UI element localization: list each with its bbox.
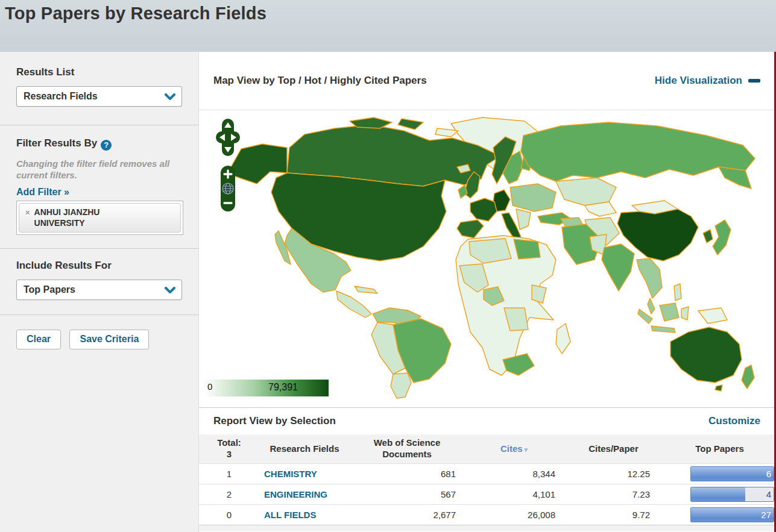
country-ethiopia[interactable] [532, 285, 546, 303]
remove-filter-icon[interactable]: × [25, 208, 30, 228]
country-india[interactable] [602, 244, 634, 291]
region-central-america[interactable] [336, 291, 371, 318]
top-papers-cell: 6 [663, 466, 776, 481]
field-link[interactable]: ENGINEERING [259, 489, 350, 499]
help-icon[interactable]: ? [101, 140, 112, 151]
top-papers-value: 6 [766, 469, 771, 479]
region-arctic-islands[interactable] [350, 117, 392, 128]
map-legend: 0 79,391 [205, 380, 329, 396]
country-egypt[interactable] [514, 239, 540, 259]
top-papers-bar: 27 [690, 507, 774, 522]
include-results-section: Include Results For Top Papers [0, 249, 198, 315]
country-russia[interactable] [521, 122, 755, 181]
filter-chip[interactable]: × ANHUI JIANZHU UNIVERSITY [19, 203, 181, 233]
save-criteria-button[interactable]: Save Criteria [69, 330, 149, 349]
top-papers-bar: 6 [690, 466, 774, 481]
country-kazakhstan[interactable] [556, 178, 616, 205]
bar-fill [691, 467, 774, 481]
table-row: 0 ALL FIELDS 2,677 26,008 9.72 27 [199, 504, 776, 525]
page-title: Top Papers by Research Fields [5, 4, 776, 23]
col-header-total: Total: 3 [199, 437, 259, 460]
collapse-dash-icon[interactable] [748, 79, 760, 83]
filter-section: Filter Results By? Changing the filter f… [0, 125, 198, 249]
map-view-title: Map View by Top / Hot / Highly Cited Pap… [213, 75, 427, 87]
rank-cell: 2 [199, 489, 259, 499]
chevron-down-icon [165, 287, 175, 293]
chevron-down-icon [165, 93, 175, 100]
region-kamchatka[interactable] [719, 167, 751, 189]
country-france[interactable] [470, 198, 497, 221]
country-spain[interactable] [457, 220, 484, 238]
field-link[interactable]: ALL FIELDS [259, 510, 350, 520]
docs-cell: 681 [350, 469, 464, 479]
report-view-header: Report View by Selection Customize [199, 407, 776, 434]
main-panel: Map View by Top / Hot / Highly Cited Pap… [199, 52, 776, 532]
region-arctic-islands[interactable] [398, 119, 423, 130]
cites-per-paper-cell: 12.25 [564, 469, 663, 479]
include-results-select[interactable]: Top Papers [16, 280, 182, 300]
top-papers-cell: 4 [663, 487, 776, 502]
filter-label: Filter Results By? [16, 137, 182, 151]
map-view-header: Map View by Top / Hot / Highly Cited Pap… [199, 52, 776, 110]
clear-button[interactable]: Clear [16, 330, 61, 349]
col-header-research-fields[interactable]: Research Fields [259, 443, 350, 455]
table-footer-strip [199, 525, 776, 531]
results-list-select[interactable]: Research Fields [16, 86, 182, 107]
hide-visualization-link[interactable]: Hide Visualization [655, 75, 742, 86]
rank-cell: 1 [199, 469, 259, 479]
page-header: Top Papers by Research Fields [0, 0, 776, 52]
country-argentina[interactable] [391, 373, 411, 398]
criteria-buttons: Clear Save Criteria [0, 315, 198, 349]
country-madagascar[interactable] [556, 324, 570, 354]
col-header-cites[interactable]: Cites▾ [464, 443, 564, 455]
country-sulawesi[interactable] [681, 307, 689, 320]
report-view-title: Report View by Selection [213, 415, 336, 427]
bar-fill [691, 487, 745, 501]
customize-link[interactable]: Customize [708, 415, 760, 427]
field-link[interactable]: CHEMISTRY [259, 469, 350, 479]
col-header-cites-per-paper[interactable]: Cites/Paper [564, 443, 663, 455]
country-australia[interactable] [670, 327, 742, 383]
legend-min-value: 0 [207, 381, 212, 392]
table-row: 2 ENGINEERING 567 4,101 7.23 4 [199, 484, 776, 504]
table-row: 1 CHEMISTRY 681 8,344 12.25 6 [199, 463, 776, 484]
results-list-selected-value: Research Fields [24, 91, 98, 102]
cites-cell: 4,101 [464, 489, 564, 499]
cites-cell: 8,344 [464, 469, 564, 479]
top-papers-bar: 4 [690, 487, 774, 502]
sidebar: Results List Research Fields Filter Resu… [0, 52, 199, 532]
map-pan-control[interactable] [216, 119, 240, 156]
legend-max-value: 79,391 [268, 382, 298, 393]
country-tasmania[interactable] [715, 385, 722, 391]
region-balkans[interactable] [516, 209, 531, 230]
add-filter-link[interactable]: Add Filter » [16, 187, 69, 198]
table-header-row: Total: 3 Research Fields Web of Science … [199, 434, 776, 463]
map-zoom-control[interactable] [221, 166, 235, 211]
top-papers-value: 4 [766, 489, 771, 499]
filter-note: Changing the filter field removes all cu… [16, 158, 180, 181]
choropleth-map [199, 110, 774, 399]
rank-cell: 0 [199, 510, 259, 520]
region-malay-peninsula[interactable] [648, 298, 655, 314]
country-borneo[interactable] [660, 303, 679, 321]
country-new-zealand[interactable] [742, 365, 754, 389]
filter-chip-label: ANHUI JIANZHU UNIVERSITY [34, 207, 100, 228]
region-eastern-europe[interactable] [510, 184, 556, 211]
country-java[interactable] [651, 326, 675, 333]
docs-cell: 2,677 [350, 510, 464, 520]
docs-cell: 567 [350, 489, 464, 499]
cites-per-paper-cell: 7.23 [564, 489, 663, 499]
country-japan[interactable] [713, 220, 731, 255]
country-new-guinea[interactable] [698, 308, 727, 324]
country-cuba[interactable] [355, 286, 377, 293]
region-se-asia[interactable] [637, 258, 662, 298]
country-philippines[interactable] [674, 284, 681, 301]
country-south-korea[interactable] [703, 230, 713, 243]
total-count: 3 [227, 449, 232, 459]
include-results-label: Include Results For [16, 260, 182, 272]
top-papers-cell: 27 [663, 507, 776, 522]
results-list-label: Results List [16, 66, 182, 78]
col-header-top-papers[interactable]: Top Papers [663, 443, 776, 455]
world-map: 0 79,391 [199, 110, 776, 407]
col-header-wos-documents[interactable]: Web of Science Documents [359, 437, 455, 460]
